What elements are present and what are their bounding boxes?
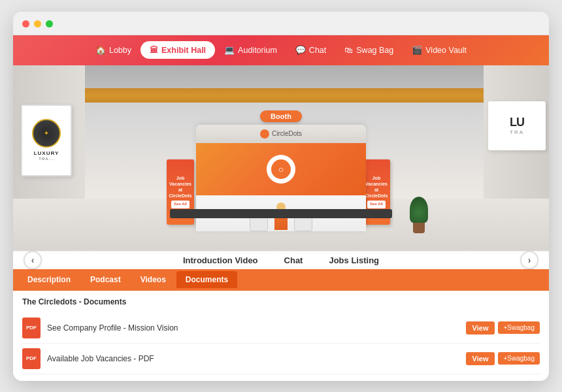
browser-window: 🏠 Lobby 🏛 Exhibit Hall 💻 Auditorium 💬 Ch… <box>13 12 549 381</box>
dot-red[interactable] <box>22 20 29 27</box>
nav-exhibit-hall[interactable]: 🏛 Exhibit Hall <box>140 41 215 59</box>
exhibit-hall: ✦ LUXURY TRA... LU TRA Job Vacancies at … <box>13 65 549 251</box>
doc-actions-2: View +Swagbag <box>466 352 540 365</box>
right-board-main-text: LU <box>510 116 524 129</box>
chat-link[interactable]: Chat <box>284 255 303 265</box>
nav-exhibit-label: Exhibit Hall <box>161 46 206 55</box>
browser-chrome <box>13 12 549 35</box>
pdf-icon-1: PDF <box>22 318 41 338</box>
swagbag-button-1[interactable]: +Swagbag <box>498 321 540 334</box>
tab-documents[interactable]: Documents <box>176 271 237 288</box>
nav-lobby-label: Lobby <box>109 46 131 55</box>
booth-hero-inner-circle: ○ <box>271 159 291 179</box>
plant-pot <box>413 223 425 233</box>
tabs-section: Description Podcast Videos Documents <box>13 269 549 291</box>
booth-base <box>170 209 392 218</box>
auditorium-icon: 💻 <box>224 45 235 55</box>
luxury-text: LUXURY <box>34 150 59 157</box>
swag-icon: 🛍 <box>344 45 353 55</box>
luxury-subtext: TRA... <box>39 157 54 161</box>
tab-description[interactable]: Description <box>18 271 80 288</box>
plant-leaves <box>410 197 428 223</box>
table-row: PDF See Company Profile - Mission Vision… <box>22 313 540 344</box>
booth-hero-icon: ○ <box>267 155 295 184</box>
right-board: LU TRA <box>488 101 546 150</box>
booth-container: Booth CircleDots ○ <box>176 110 386 231</box>
nav-bar: 🏠 Lobby 🏛 Exhibit Hall 💻 Auditorium 💬 Ch… <box>13 35 549 65</box>
nav-swag-label: Swag Bag <box>356 46 393 55</box>
nav-video-vault[interactable]: 🎬 Video Vault <box>403 41 476 59</box>
left-arrow-icon: ‹ <box>31 255 35 265</box>
jobs-listing-link[interactable]: Jobs Listing <box>329 255 379 265</box>
luxury-logo: ✦ <box>32 119 61 148</box>
action-links: Introduction Video Chat Jobs Listing <box>183 255 379 265</box>
chat-icon: 💬 <box>295 45 306 55</box>
view-button-2[interactable]: View <box>466 352 495 365</box>
pdf-icon-2: PDF <box>22 348 41 369</box>
luxury-banner: ✦ LUXURY TRA... <box>21 105 72 176</box>
nav-auditorium[interactable]: 💻 Auditorium <box>215 41 286 59</box>
booth-hero: ○ <box>196 143 366 195</box>
documents-section: The Circledots - Documents PDF See Compa… <box>13 291 549 381</box>
right-arrow-icon: › <box>528 255 531 265</box>
doc-actions-1: View +Swagbag <box>466 321 540 335</box>
nav-lobby[interactable]: 🏠 Lobby <box>86 41 140 59</box>
dot-green[interactable] <box>46 20 53 27</box>
right-board-subtext: TRA <box>510 129 524 135</box>
exhibit-icon: 🏛 <box>150 45 158 55</box>
company-logo: CircleDots <box>260 129 302 139</box>
doc-name-1: See Company Profile - Mission Vision <box>47 323 459 333</box>
next-booth-button[interactable]: › <box>520 251 538 269</box>
dot-yellow[interactable] <box>34 20 41 27</box>
nav-swag-bag[interactable]: 🛍 Swag Bag <box>335 41 403 59</box>
nav-auditorium-label: Auditorium <box>238 46 277 55</box>
doc-name-2: Available Job Vacancies - PDF <box>47 354 459 363</box>
home-icon: 🏠 <box>95 45 106 55</box>
tab-videos[interactable]: Videos <box>131 271 175 288</box>
circle-icon <box>260 129 269 139</box>
booth-header: CircleDots <box>196 125 366 143</box>
tab-podcast[interactable]: Podcast <box>81 271 130 288</box>
main-content: ✦ LUXURY TRA... LU TRA Job Vacancies at … <box>13 65 549 381</box>
hall-stripe <box>13 88 549 103</box>
view-button-1[interactable]: View <box>466 321 495 335</box>
company-name: CircleDots <box>272 130 302 137</box>
nav-chat-label: Chat <box>309 46 326 55</box>
table-row: PDF Available Job Vacancies - PDF View +… <box>22 344 540 374</box>
documents-title: The Circledots - Documents <box>22 297 540 306</box>
nav-video-label: Video Vault <box>425 46 467 55</box>
swagbag-button-2[interactable]: +Swagbag <box>498 352 540 365</box>
action-bar: ‹ Introduction Video Chat Jobs Listing › <box>13 251 549 269</box>
plant <box>410 197 428 233</box>
nav-chat[interactable]: 💬 Chat <box>286 41 335 59</box>
booth-label: Booth <box>260 110 302 122</box>
prev-booth-button[interactable]: ‹ <box>24 251 42 269</box>
intro-video-link[interactable]: Introduction Video <box>183 255 258 265</box>
video-icon: 🎬 <box>412 45 422 55</box>
